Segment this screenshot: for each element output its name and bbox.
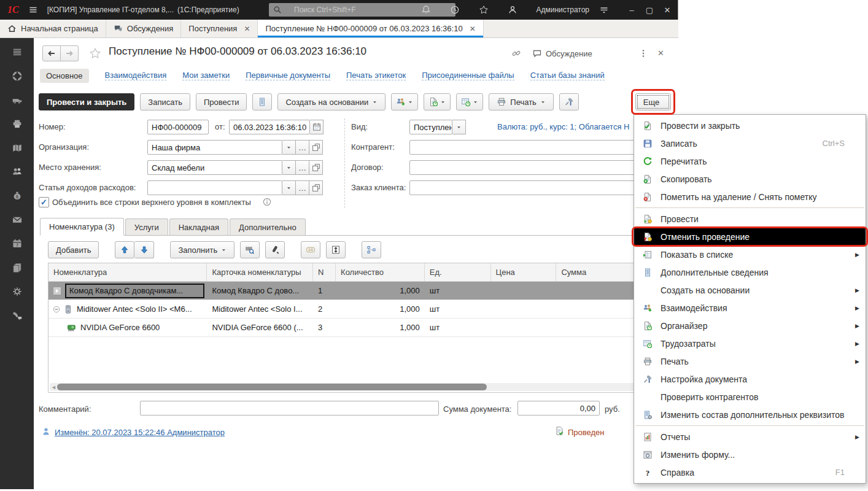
discussion-button[interactable]: Обсуждение bbox=[532, 48, 592, 58]
menu-item[interactable]: Дополнительные сведения bbox=[634, 263, 866, 281]
menu-item[interactable]: Проверить контрагентов bbox=[634, 388, 866, 406]
favorites-star-icon[interactable] bbox=[478, 5, 489, 15]
modified-link[interactable]: Изменён: 20.07.2023 15:22:46 Администрат… bbox=[55, 428, 225, 437]
nav-link-2[interactable]: Взаимодействия bbox=[105, 71, 167, 80]
print-button[interactable]: Печать bbox=[489, 93, 554, 110]
organizer-button[interactable] bbox=[424, 93, 451, 110]
menu-item[interactable]: Органайзер▶ bbox=[634, 317, 866, 334]
menu-item[interactable]: Показать в списке▶ bbox=[634, 246, 866, 263]
tab-1[interactable]: Начальная страница bbox=[0, 20, 106, 37]
column-header[interactable]: Карточка номенклатуры bbox=[207, 263, 313, 281]
storage-ellipsis-icon[interactable]: … bbox=[296, 160, 309, 175]
form-close-icon[interactable]: ✕ bbox=[657, 48, 664, 58]
tab-2[interactable]: Обсуждения bbox=[106, 20, 182, 37]
row-height-button[interactable] bbox=[326, 241, 346, 258]
service-menu-icon[interactable] bbox=[599, 5, 610, 15]
document-sum-field[interactable]: 0,00 bbox=[517, 401, 600, 416]
post-and-close-button[interactable]: Провести и закрыть bbox=[39, 93, 134, 110]
move-down-button[interactable] bbox=[134, 241, 154, 258]
column-header[interactable]: Количество bbox=[336, 263, 425, 281]
column-header[interactable]: Номенклатура bbox=[48, 263, 207, 281]
comment-field[interactable] bbox=[140, 401, 439, 416]
sidebar-item-phone[interactable] bbox=[12, 310, 23, 321]
storage-open-icon[interactable] bbox=[309, 160, 323, 175]
expense-item-field[interactable] bbox=[147, 180, 282, 195]
back-arrow-icon[interactable] bbox=[42, 45, 61, 61]
nav-link-5[interactable]: Печать этикеток bbox=[346, 71, 406, 80]
tab-4[interactable]: Поступление № НФ00-000009 от 06.03.2023 … bbox=[258, 20, 483, 37]
nav-link-6[interactable]: Присоединенные файлы bbox=[422, 71, 514, 80]
organization-open-icon[interactable] bbox=[309, 140, 323, 155]
sidebar-item-menu[interactable] bbox=[12, 47, 23, 58]
menu-item[interactable]: Трудозатраты▶ bbox=[634, 334, 866, 352]
nav-link-7[interactable]: Статьи базы знаний bbox=[530, 71, 605, 80]
sidebar-item-settings[interactable] bbox=[12, 286, 23, 297]
collapse-icon[interactable] bbox=[52, 305, 61, 314]
more-button[interactable]: Еще bbox=[635, 93, 671, 110]
menu-item[interactable]: Печать▶ bbox=[634, 352, 866, 370]
history-icon[interactable] bbox=[449, 5, 460, 15]
table-row[interactable]: Miditower Antec <Solo II> <M6...Miditowe… bbox=[48, 300, 668, 319]
notifications-bell-icon[interactable] bbox=[420, 5, 432, 15]
menu-item[interactable]: Провести bbox=[634, 210, 866, 228]
scanner-button[interactable] bbox=[265, 241, 285, 258]
sidebar-item-calendar[interactable]: 7 bbox=[12, 238, 23, 249]
sidebar-item-finance[interactable]: $ bbox=[12, 190, 23, 201]
expense-ellipsis-icon[interactable]: … bbox=[296, 180, 309, 195]
sidebar-item-printers[interactable] bbox=[12, 118, 23, 130]
menu-item[interactable]: ?СправкаF1 bbox=[634, 463, 866, 481]
menu-item[interactable]: Скопировать bbox=[634, 170, 866, 188]
user-icon[interactable] bbox=[507, 5, 518, 15]
contractor-field[interactable] bbox=[409, 140, 669, 155]
maximize-icon[interactable]: ▢ bbox=[645, 6, 654, 15]
menu-item[interactable]: Отменить проведение bbox=[634, 228, 866, 246]
contract-field[interactable] bbox=[409, 160, 669, 175]
number-field[interactable]: НФ00-000009 bbox=[147, 120, 209, 134]
kind-dropdown-icon[interactable] bbox=[452, 120, 466, 134]
menu-item[interactable]: Взаимодействия▶ bbox=[634, 299, 866, 317]
expense-dropdown-icon[interactable] bbox=[282, 180, 296, 195]
fill-button[interactable]: Заполнить bbox=[170, 241, 234, 258]
window-close-icon[interactable]: ✕ bbox=[663, 6, 672, 15]
nav-link-3[interactable]: Мои заметки bbox=[182, 71, 230, 80]
organization-ellipsis-icon[interactable]: … bbox=[296, 140, 309, 155]
tab-3[interactable]: Поступления✕ bbox=[181, 20, 258, 37]
menu-item[interactable]: Настройка документа bbox=[634, 370, 866, 388]
scroll-left-icon[interactable]: ◄ bbox=[51, 384, 56, 390]
menu-item[interactable]: ЗаписатьCtrl+S bbox=[634, 134, 866, 152]
move-up-button[interactable] bbox=[115, 241, 134, 258]
column-header[interactable]: Ед. bbox=[425, 263, 491, 281]
client-order-field[interactable] bbox=[409, 180, 669, 195]
post-button[interactable]: Провести bbox=[196, 93, 247, 110]
horizontal-scrollbar[interactable]: ◄ bbox=[50, 383, 667, 391]
sidebar-item-map[interactable] bbox=[12, 142, 23, 153]
sidebar-item-documents[interactable] bbox=[12, 262, 23, 273]
more-options-kebab-icon[interactable] bbox=[638, 48, 648, 58]
column-header[interactable]: Цена bbox=[491, 263, 557, 281]
section-tab-2[interactable]: Услуги bbox=[125, 218, 168, 235]
menu-item[interactable]: Перечитать bbox=[634, 152, 866, 170]
combine-rows-checkbox[interactable]: ✓ bbox=[39, 197, 49, 207]
nav-link-4[interactable]: Первичные документы bbox=[246, 71, 330, 80]
sidebar-item-vehicles[interactable] bbox=[12, 95, 23, 106]
section-tab-1[interactable]: Номенклатура (3) bbox=[40, 218, 124, 236]
section-tab-3[interactable]: Накладная bbox=[169, 218, 228, 235]
sidebar-item-sections[interactable] bbox=[12, 71, 23, 82]
timesheet-button[interactable] bbox=[456, 93, 483, 110]
tab-close-icon[interactable]: ✕ bbox=[470, 25, 476, 33]
organization-field[interactable]: Наша фирма bbox=[147, 140, 282, 155]
sidebar-item-employees[interactable] bbox=[12, 166, 23, 177]
menu-item[interactable]: Изменить состав дополнительных реквизито… bbox=[634, 406, 866, 423]
tab-close-icon[interactable]: ✕ bbox=[244, 25, 250, 33]
info-circle-icon[interactable] bbox=[262, 197, 272, 207]
date-field[interactable]: 06.03.2023 16:36:10 bbox=[229, 120, 310, 134]
menu-item[interactable]: Создать на основании▶ bbox=[634, 281, 866, 299]
sidebar-item-mail[interactable] bbox=[12, 214, 23, 225]
additional-info-button[interactable] bbox=[252, 93, 272, 110]
expand-icon[interactable] bbox=[52, 286, 62, 296]
table-row[interactable]: NVIDIA GeForce 6600NVIDIA GeForce 6600 (… bbox=[48, 319, 668, 337]
menu-item[interactable]: Отчеты▶ bbox=[634, 428, 866, 446]
document-settings-button[interactable] bbox=[559, 93, 579, 110]
organization-dropdown-icon[interactable] bbox=[282, 140, 296, 155]
main-menu-icon[interactable] bbox=[28, 5, 39, 15]
